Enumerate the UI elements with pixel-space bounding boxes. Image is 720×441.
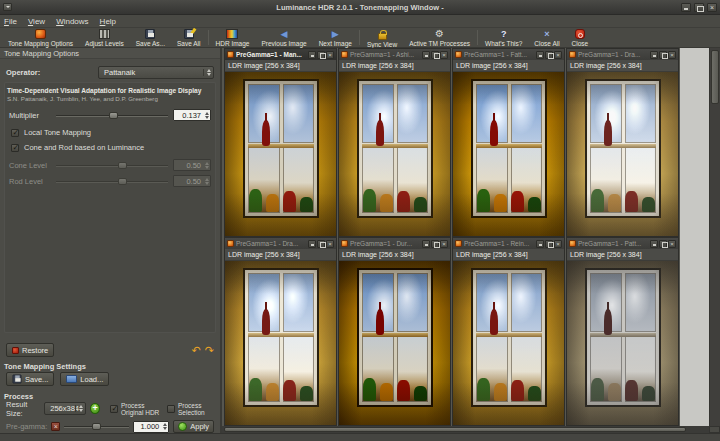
tonemapped-image[interactable] (567, 261, 678, 425)
minimize-button[interactable] (681, 3, 691, 12)
tonemapped-image[interactable] (225, 261, 336, 425)
toolbar-button-hdr-image[interactable]: HDR Image (210, 28, 256, 47)
apply-button[interactable]: Apply (173, 420, 214, 433)
multiplier-slider[interactable] (56, 111, 168, 120)
titlebar[interactable]: Luminance HDR 2.0.1 - Tonemapping Window… (0, 0, 720, 15)
tonemapped-image[interactable] (567, 72, 678, 236)
tonemapped-image[interactable] (225, 72, 336, 236)
tonemapped-image[interactable] (339, 261, 450, 425)
subwindow-restore-icon[interactable] (431, 51, 439, 59)
subwindow-titlebar[interactable]: PreGamma=1 - Dur... × (339, 238, 450, 249)
redo-icon[interactable]: ↷ (205, 345, 214, 356)
pregamma-spinbox[interactable]: 1.000 (133, 421, 169, 433)
image-window-drago2[interactable]: PreGamma=1 - Dra... × LDR image [256 x 3… (224, 237, 337, 426)
subwindow-restore-icon[interactable] (545, 51, 553, 59)
menu-file[interactable]: File (4, 17, 17, 26)
subwindow-restore-icon[interactable] (659, 51, 667, 59)
subwindow-minimize-icon[interactable] (308, 51, 316, 59)
toolbar-button-adjust-levels[interactable]: Adjust Levels (79, 28, 130, 47)
save-all-icon (184, 29, 194, 39)
multiplier-spinbox[interactable]: 0.137 (173, 109, 211, 121)
toolbar-button-previous-image[interactable]: ◀ Previous Image (255, 28, 312, 47)
image-window-drago[interactable]: PreGamma=1 - Dra... × LDR image [256 x 3… (566, 48, 679, 237)
horizontal-scrollbar[interactable] (222, 426, 720, 433)
image-window-ashikhmin[interactable]: PreGamma=1 - Ashi... × LDR image [256 x … (338, 48, 451, 237)
subwindow-titlebar[interactable]: PreGamma=1 - Patt... × (567, 238, 678, 249)
process-selection-checkbox[interactable] (167, 405, 175, 413)
apply-label: Apply (190, 422, 209, 431)
subwindow-titlebar[interactable]: PreGamma=1 - Dra... × (567, 49, 678, 60)
subwindow-close-icon[interactable]: × (326, 240, 334, 248)
menu-view[interactable]: View (28, 17, 45, 26)
dock-title[interactable]: Tone Mapping Options (0, 48, 220, 59)
toolbar-button-next-image[interactable]: ▶ Next Image (313, 28, 358, 47)
vertical-scrollbar[interactable] (709, 48, 720, 426)
image-window-reinhard[interactable]: PreGamma=1 - Rein... × LDR image [256 x … (452, 237, 565, 426)
hdr-image-icon (226, 29, 238, 39)
subwindow-close-icon[interactable]: × (440, 240, 448, 248)
restore-button[interactable]: Restore (6, 343, 54, 357)
subwindow-minimize-icon[interactable] (650, 51, 658, 59)
image-window-fattal[interactable]: PreGamma=1 - Fatt... × LDR image [256 x … (452, 48, 565, 237)
tonemapped-image[interactable] (453, 261, 564, 425)
image-window-pattanaik[interactable]: PreGamma=1 - Patt... × LDR image [256 x … (566, 237, 679, 426)
subwindow-close-icon[interactable]: × (326, 51, 334, 59)
subwindow-titlebar[interactable]: PreGamma=1 - Rein... × (453, 238, 564, 249)
settings-load-button[interactable]: Load... (60, 372, 109, 386)
menu-help[interactable]: Help (100, 17, 116, 26)
settings-load-label: Load... (80, 375, 103, 384)
menu-windows[interactable]: Windows (56, 17, 88, 26)
subwindow-close-icon[interactable]: × (668, 51, 676, 59)
pregamma-value: 1.000 (140, 422, 159, 431)
subwindow-minimize-icon[interactable] (650, 240, 658, 248)
toolbar-button-save-as[interactable]: Save As... (130, 28, 171, 47)
tonemapped-image[interactable] (339, 72, 450, 236)
image-window-mantiuk[interactable]: PreGamma=1 - Man... × LDR image [256 x 3… (224, 48, 337, 237)
result-size-label: Result Size: (6, 400, 40, 418)
close-button[interactable]: × (707, 3, 717, 12)
subwindow-close-icon[interactable]: × (554, 240, 562, 248)
toolbar-button-save-all[interactable]: Save All (171, 28, 207, 47)
spin-arrows-icon (205, 110, 209, 120)
pregamma-reset-icon[interactable]: × (51, 422, 60, 431)
local-tone-mapping-checkbox[interactable] (11, 129, 19, 137)
settings-save-button[interactable]: Save... (6, 372, 54, 386)
subwindow-close-icon[interactable]: × (440, 51, 448, 59)
subwindow-titlebar[interactable]: PreGamma=1 - Man... × (225, 49, 336, 60)
toolbar-button-whats-this[interactable]: ? What's This? (479, 28, 528, 47)
subwindow-minimize-icon[interactable] (422, 240, 430, 248)
toolbar-button-active-tm-processes[interactable]: ⚙ Active TM Processes (403, 28, 476, 47)
subwindow-minimize-icon[interactable] (308, 240, 316, 248)
undo-icon[interactable]: ↶ (192, 345, 201, 356)
subwindow-close-icon[interactable]: × (554, 51, 562, 59)
subwindow-restore-icon[interactable] (317, 51, 325, 59)
operator-value: Pattanaik (104, 68, 135, 77)
operator-select[interactable]: Pattanaik (98, 66, 214, 79)
tone-mapping-options-panel: Tone Mapping Options Operator: Pattanaik… (0, 48, 222, 433)
toolbar-button-tone-mapping-options[interactable]: Tone Mapping Options (2, 28, 79, 47)
subwindow-minimize-icon[interactable] (536, 240, 544, 248)
pregamma-label: Pre-gamma: (6, 422, 47, 431)
subwindow-restore-icon[interactable] (659, 240, 667, 248)
tonemapped-image[interactable] (453, 72, 564, 236)
subwindow-close-icon[interactable]: × (668, 240, 676, 248)
pregamma-slider[interactable] (64, 422, 129, 431)
toolbar-button-close[interactable]: Close (566, 28, 595, 47)
process-original-hdr-checkbox[interactable] (110, 405, 118, 413)
subwindow-minimize-icon[interactable] (536, 51, 544, 59)
toolbar-button-close-all[interactable]: × Close All (528, 28, 565, 47)
add-size-button[interactable]: + (90, 403, 100, 414)
cone-rod-checkbox[interactable] (11, 144, 19, 152)
subwindow-restore-icon[interactable] (545, 240, 553, 248)
subwindow-restore-icon[interactable] (317, 240, 325, 248)
maximize-button[interactable] (694, 3, 704, 12)
subwindow-minimize-icon[interactable] (422, 51, 430, 59)
image-window-durand[interactable]: PreGamma=1 - Dur... × LDR image [256 x 3… (338, 237, 451, 426)
subwindow-restore-icon[interactable] (431, 240, 439, 248)
toolbar-button-sync-view[interactable]: Sync View (361, 28, 403, 47)
subwindow-titlebar[interactable]: PreGamma=1 - Fatt... × (453, 49, 564, 60)
subwindow-titlebar[interactable]: PreGamma=1 - Ashi... × (339, 49, 450, 60)
subwindow-titlebar[interactable]: PreGamma=1 - Dra... × (225, 238, 336, 249)
result-size-select[interactable]: 256x384 (44, 402, 86, 415)
next-arrow-icon: ▶ (332, 29, 339, 39)
